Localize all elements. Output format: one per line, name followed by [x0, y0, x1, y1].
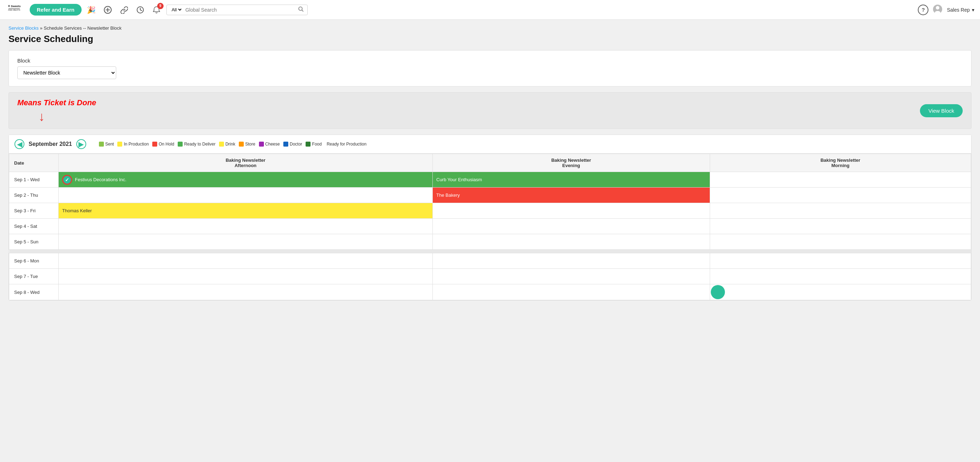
month-title: September 2021: [29, 141, 72, 147]
event-cell-afternoon: [59, 219, 433, 234]
add-icon: [104, 6, 111, 14]
user-label: Sales Rep: [947, 7, 970, 13]
breadcrumb-separator: »: [40, 25, 44, 31]
legend-ready-deliver-color: [178, 141, 183, 146]
event-cell-afternoon: [59, 187, 433, 203]
view-block-button[interactable]: View Block: [920, 104, 963, 117]
col-header-morning: Baking NewsletterMorning: [710, 154, 971, 172]
schedule-table: Date Baking NewsletterAfternoon Baking N…: [9, 154, 971, 300]
refer-earn-button[interactable]: Refer and Earn: [30, 4, 82, 16]
block-select[interactable]: Newsletter Block: [18, 67, 116, 79]
legend-cheese-label: Cheese: [265, 141, 280, 146]
legend-food: Food: [305, 141, 321, 146]
month-nav: ◀ September 2021 ▶: [14, 139, 86, 149]
date-cell: Sep 5 - Sun: [9, 234, 59, 250]
legend-sent: Sent: [99, 141, 114, 146]
table-row: Sep 8 - Wed: [9, 284, 971, 300]
breadcrumb: Service Blocks » Schedule Services -- Ne…: [8, 25, 972, 31]
legend-on-hold-color: [152, 141, 157, 146]
col-header-afternoon: Baking NewsletterAfternoon: [59, 154, 433, 172]
legend-sent-color: [99, 141, 104, 146]
prev-month-button[interactable]: ◀: [14, 139, 24, 149]
user-avatar: [933, 4, 943, 15]
main-content: Service Blocks » Schedule Services -- Ne…: [0, 20, 980, 462]
calendar-section: ◀ September 2021 ▶ Sent In Production On…: [8, 135, 972, 300]
legend-store-label: Store: [245, 141, 255, 146]
link-button[interactable]: [118, 3, 130, 16]
calendar-header: ◀ September 2021 ▶ Sent In Production On…: [9, 135, 971, 154]
table-row: Sep 5 - Sun: [9, 234, 971, 250]
event-cell-afternoon[interactable]: ✓ Festivus Decorations Inc.: [59, 172, 433, 187]
date-cell: Sep 7 - Tue: [9, 269, 59, 284]
logo-icon: ✕ Sweets AND MEATS: [6, 2, 22, 18]
event-cell-afternoon[interactable]: Thomas Keller: [59, 203, 433, 219]
legend-store-color: [239, 141, 244, 146]
search-input[interactable]: [186, 7, 295, 13]
breadcrumb-current: Schedule Services -- Newsletter Block: [44, 25, 121, 31]
svg-line-9: [302, 10, 303, 11]
table-row: Sep 6 - Mon: [9, 253, 971, 269]
help-button[interactable]: ?: [918, 5, 928, 15]
chevron-down-icon: ▾: [972, 7, 974, 13]
legend-on-hold: On Hold: [152, 141, 174, 146]
event-text-festivus: Festivus Decorations Inc.: [75, 177, 126, 182]
event-cell-morning: [710, 234, 971, 250]
event-cell-evening[interactable]: Curb Your Enthusiasm: [433, 172, 710, 187]
event-text-curb: Curb Your Enthusiasm: [436, 177, 482, 182]
nav-right: ? Sales Rep ▾: [918, 4, 974, 15]
ready-production-label: Ready for Production: [327, 141, 367, 146]
legend-doctor-label: Doctor: [290, 141, 302, 146]
legend-store: Store: [239, 141, 255, 146]
party-icon-button[interactable]: 🎉: [85, 3, 98, 16]
next-page-indicator: [711, 285, 725, 299]
event-cell-afternoon: [59, 269, 433, 284]
table-row: Sep 3 - Fri Thomas Keller: [9, 203, 971, 219]
legend-doctor: Doctor: [283, 141, 302, 146]
table-row: Sep 2 - Thu The Bakery: [9, 187, 971, 203]
search-area: All: [166, 5, 308, 15]
arrow-down-icon: ↓: [38, 110, 45, 123]
event-cell-morning: [710, 253, 971, 269]
add-button[interactable]: [102, 3, 114, 16]
event-cell-evening: [433, 269, 710, 284]
notification-button[interactable]: 9: [150, 3, 163, 16]
logo: ✕ Sweets AND MEATS: [6, 2, 22, 18]
event-cell-afternoon: [59, 234, 433, 250]
table-row: Sep 1 - Wed ✓ Festivus Decorations Inc. …: [9, 172, 971, 187]
event-cell-evening[interactable]: The Bakery: [433, 187, 710, 203]
party-icon: 🎉: [87, 6, 96, 14]
date-cell: Sep 2 - Thu: [9, 187, 59, 203]
legend-in-production: In Production: [117, 141, 149, 146]
event-block-thomas: Thomas Keller: [59, 203, 433, 218]
history-button[interactable]: [134, 3, 146, 16]
svg-text:AND MEATS: AND MEATS: [8, 9, 21, 11]
legend-drink-label: Drink: [225, 141, 235, 146]
legend-doctor-color: [283, 141, 288, 146]
legend-on-hold-label: On Hold: [159, 141, 174, 146]
date-cell: Sep 1 - Wed: [9, 172, 59, 187]
col-header-date: Date: [9, 154, 59, 172]
legend-in-production-color: [117, 141, 122, 146]
breadcrumb-service-blocks-link[interactable]: Service Blocks: [8, 25, 38, 31]
next-month-button[interactable]: ▶: [76, 139, 86, 149]
event-cell-evening: [433, 284, 710, 300]
legend-drink: Drink: [219, 141, 235, 146]
event-cell-morning[interactable]: [710, 284, 971, 300]
event-text-thomas: Thomas Keller: [62, 208, 92, 213]
date-cell: Sep 8 - Wed: [9, 284, 59, 300]
legend-ready-deliver-label: Ready to Deliver: [184, 141, 215, 146]
event-block-festivus: ✓ Festivus Decorations Inc.: [59, 172, 433, 187]
legend-drink-color: [219, 141, 224, 146]
link-icon: [120, 6, 128, 14]
search-filter-select[interactable]: All: [170, 7, 183, 13]
legend-ready-deliver: Ready to Deliver: [178, 141, 215, 146]
search-icon[interactable]: [298, 6, 304, 13]
user-menu-button[interactable]: Sales Rep ▾: [947, 7, 974, 13]
block-label: Block: [18, 57, 963, 64]
history-icon: [136, 6, 144, 14]
legend-food-color: [305, 141, 310, 146]
svg-point-11: [936, 6, 939, 10]
legend-food-label: Food: [312, 141, 321, 146]
legend-cheese: Cheese: [259, 141, 280, 146]
event-cell-morning: [710, 269, 971, 284]
